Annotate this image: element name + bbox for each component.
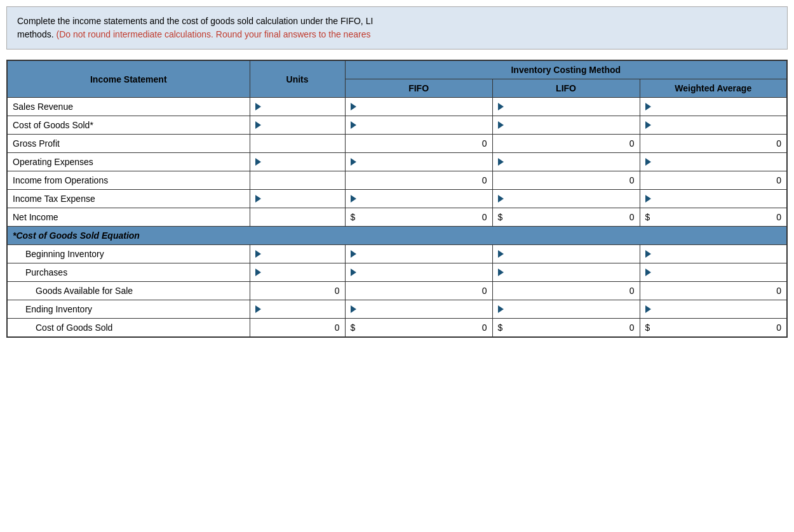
lifo-cell-gross-profit: 0 bbox=[492, 135, 640, 153]
lifo-cell-income-ops: 0 bbox=[492, 171, 640, 190]
arrow-wa-tax-expense bbox=[645, 195, 651, 203]
arrow-units-purchases bbox=[255, 269, 261, 276]
fifo-cell-sales-revenue[interactable] bbox=[345, 98, 492, 116]
label-tax-expense: Income Tax Expense bbox=[7, 190, 250, 208]
arrow-fifo-beg-inventory bbox=[351, 250, 356, 258]
label-sales-revenue: Sales Revenue bbox=[7, 98, 250, 116]
wa-cell-gross-profit: 0 bbox=[640, 135, 787, 153]
units-value-goods-avail: 0 bbox=[255, 286, 340, 296]
arrow-lifo-cogs bbox=[498, 121, 504, 129]
units-cell-op-expenses[interactable] bbox=[250, 153, 345, 171]
lifo-dollar-cogs-bottom: $ bbox=[498, 323, 503, 333]
fifo-cell-purchases[interactable] bbox=[345, 263, 492, 282]
fifo-cell-tax-expense[interactable] bbox=[345, 190, 492, 208]
main-table: Income Statement Units Inventory Costing… bbox=[6, 60, 788, 338]
lifo-cell-end-inventory[interactable] bbox=[492, 300, 640, 319]
wa-cell-cogs[interactable] bbox=[640, 116, 787, 135]
arrow-wa-end-inventory bbox=[645, 305, 651, 313]
wa-cell-sales-revenue[interactable] bbox=[640, 98, 787, 116]
fifo-dollar-cogs-bottom: $ bbox=[351, 323, 356, 333]
header-income-statement: Income Statement bbox=[7, 60, 250, 98]
label-end-inventory: Ending Inventory bbox=[7, 300, 250, 319]
header-units: Units bbox=[250, 60, 345, 98]
lifo-cell-sales-revenue[interactable] bbox=[492, 98, 640, 116]
wa-cell-purchases[interactable] bbox=[640, 263, 787, 282]
arrow-wa-op-expenses bbox=[645, 158, 651, 166]
lifo-cell-op-expenses[interactable] bbox=[492, 153, 640, 171]
wa-value-goods-avail: 0 bbox=[645, 286, 781, 296]
fifo-cell-income-ops: 0 bbox=[345, 171, 492, 190]
fifo-cell-end-inventory[interactable] bbox=[345, 300, 492, 319]
wa-dollar-net-income: $ bbox=[645, 212, 650, 222]
label-goods-avail: Goods Available for Sale bbox=[7, 282, 250, 300]
lifo-cell-goods-avail: 0 bbox=[492, 282, 640, 300]
instruction-box: Complete the income statements and the c… bbox=[6, 6, 788, 50]
fifo-cell-goods-avail: 0 bbox=[345, 282, 492, 300]
label-cogs: Cost of Goods Sold* bbox=[7, 116, 250, 135]
header-fifo: FIFO bbox=[345, 79, 492, 98]
fifo-value-income-ops: 0 bbox=[351, 175, 487, 185]
wa-cell-goods-avail: 0 bbox=[640, 282, 787, 300]
arrow-lifo-op-expenses bbox=[498, 158, 504, 166]
wa-value-gross-profit: 0 bbox=[645, 138, 781, 149]
units-cell-cogs[interactable] bbox=[250, 116, 345, 135]
lifo-value-cogs-bottom: 0 bbox=[629, 323, 635, 333]
arrow-fifo-op-expenses bbox=[351, 158, 356, 166]
units-cell-purchases[interactable] bbox=[250, 263, 345, 282]
label-op-expenses: Operating Expenses bbox=[7, 153, 250, 171]
arrow-wa-cogs bbox=[645, 121, 651, 129]
label-purchases: Purchases bbox=[7, 263, 250, 282]
arrow-lifo-beg-inventory bbox=[498, 250, 504, 258]
wa-value-net-income: 0 bbox=[776, 212, 781, 222]
units-cell-end-inventory[interactable] bbox=[250, 300, 345, 319]
lifo-cell-beg-inventory[interactable] bbox=[492, 245, 640, 263]
arrow-fifo-end-inventory bbox=[351, 305, 356, 313]
fifo-dollar-net-income: $ bbox=[351, 212, 356, 222]
wa-cell-tax-expense[interactable] bbox=[640, 190, 787, 208]
arrow-fifo-tax-expense bbox=[351, 195, 356, 203]
wa-cell-income-ops: 0 bbox=[640, 171, 787, 190]
label-gross-profit: Gross Profit bbox=[7, 135, 250, 153]
units-cell-net-income bbox=[250, 208, 345, 227]
units-cell-tax-expense[interactable] bbox=[250, 190, 345, 208]
units-cell-beg-inventory[interactable] bbox=[250, 245, 345, 263]
lifo-cell-net-income: $0 bbox=[492, 208, 640, 227]
wa-cell-end-inventory[interactable] bbox=[640, 300, 787, 319]
instruction-methods: methods. bbox=[17, 29, 54, 39]
lifo-cell-cogs-bottom: $0 bbox=[492, 319, 640, 338]
arrow-units-end-inventory bbox=[255, 305, 261, 313]
units-cell-income-ops bbox=[250, 171, 345, 190]
lifo-value-gross-profit: 0 bbox=[498, 138, 635, 149]
lifo-cell-tax-expense[interactable] bbox=[492, 190, 640, 208]
lifo-value-goods-avail: 0 bbox=[498, 286, 635, 296]
units-cell-gross-profit bbox=[250, 135, 345, 153]
wa-cell-beg-inventory[interactable] bbox=[640, 245, 787, 263]
lifo-cell-purchases[interactable] bbox=[492, 263, 640, 282]
lifo-cell-cogs[interactable] bbox=[492, 116, 640, 135]
fifo-cell-cogs[interactable] bbox=[345, 116, 492, 135]
section-header-cogs-section: *Cost of Goods Sold Equation bbox=[7, 227, 787, 245]
units-cell-sales-revenue[interactable] bbox=[250, 98, 345, 116]
fifo-value-goods-avail: 0 bbox=[351, 286, 487, 296]
fifo-cell-net-income: $0 bbox=[345, 208, 492, 227]
arrow-units-beg-inventory bbox=[255, 250, 261, 258]
wa-dollar-cogs-bottom: $ bbox=[645, 323, 650, 333]
arrow-units-op-expenses bbox=[255, 158, 261, 166]
arrow-units-sales-revenue bbox=[255, 103, 261, 110]
header-costing-method: Inventory Costing Method bbox=[345, 60, 787, 79]
label-net-income: Net Income bbox=[7, 208, 250, 227]
label-income-ops: Income from Operations bbox=[7, 171, 250, 190]
fifo-cell-beg-inventory[interactable] bbox=[345, 245, 492, 263]
fifo-cell-op-expenses[interactable] bbox=[345, 153, 492, 171]
lifo-value-income-ops: 0 bbox=[498, 175, 635, 185]
wa-value-income-ops: 0 bbox=[645, 175, 781, 185]
label-cogs-bottom: Cost of Goods Sold bbox=[7, 319, 250, 338]
wa-cell-op-expenses[interactable] bbox=[640, 153, 787, 171]
units-cell-cogs-bottom: 0 bbox=[250, 319, 345, 338]
wa-cell-cogs-bottom: $0 bbox=[640, 319, 787, 338]
units-cell-goods-avail: 0 bbox=[250, 282, 345, 300]
arrow-units-cogs bbox=[255, 121, 261, 129]
arrow-fifo-purchases bbox=[351, 269, 356, 276]
fifo-cell-gross-profit: 0 bbox=[345, 135, 492, 153]
units-value-cogs-bottom: 0 bbox=[255, 323, 340, 333]
